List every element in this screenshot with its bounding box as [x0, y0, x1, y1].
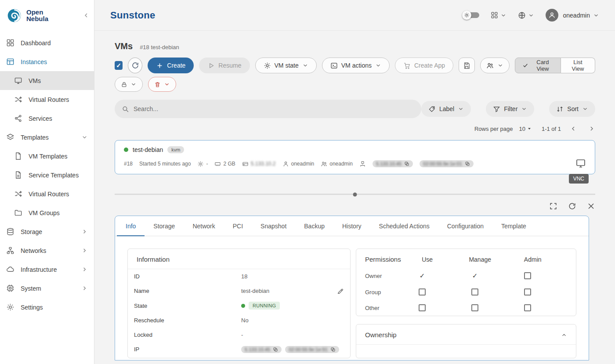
sidebar-item-service-templates[interactable]: Service Templates	[0, 166, 94, 184]
create-app-button[interactable]: Create App	[395, 58, 453, 73]
splitter[interactable]	[115, 194, 595, 195]
theme-toggle[interactable]	[462, 12, 479, 18]
filter-dropdown[interactable]: Filter	[486, 101, 534, 117]
sidebar-item-storage[interactable]: Storage	[0, 222, 94, 241]
chevron-right-icon	[81, 247, 88, 254]
sidebar-item-label: Templates	[21, 134, 49, 141]
copy-icon[interactable]	[465, 161, 470, 166]
save-button[interactable]	[459, 58, 475, 73]
toolbar-row-2	[115, 77, 595, 92]
user-menu[interactable]: oneadmin	[546, 9, 600, 22]
chevron-down-icon	[81, 134, 88, 141]
create-app-label: Create App	[414, 62, 445, 69]
ownership-header: Ownership	[356, 324, 576, 345]
globe-icon	[518, 11, 526, 19]
create-button[interactable]: Create	[148, 58, 194, 73]
sidebar-item-templates[interactable]: Templates	[0, 128, 94, 147]
search-input[interactable]	[134, 105, 414, 112]
info-row-state: State RUNNING	[128, 298, 350, 313]
splitter-handle[interactable]	[353, 192, 357, 196]
page-next-icon[interactable]	[588, 125, 595, 132]
perm-other-use-checkbox[interactable]	[419, 304, 426, 311]
perm-group-use-checkbox[interactable]	[419, 288, 426, 296]
copy-icon[interactable]	[330, 347, 336, 352]
refresh-button[interactable]	[128, 58, 142, 73]
sidebar-item-virtual-routers-templates[interactable]: Virtual Routers	[0, 184, 94, 203]
delete-dropdown[interactable]	[148, 77, 176, 92]
service-nodes-icon	[14, 114, 22, 123]
tab-history[interactable]: History	[333, 216, 370, 236]
theme-switch[interactable]	[466, 12, 479, 18]
close-icon[interactable]	[587, 202, 595, 210]
sidebar-item-dashboard[interactable]: Dashboard	[0, 33, 94, 52]
vm-actions-dropdown[interactable]: VM actions	[322, 58, 390, 73]
search-bar[interactable]	[115, 100, 421, 118]
sidebar-item-vms[interactable]: VMs	[0, 71, 94, 90]
perm-other-admin-checkbox[interactable]	[524, 304, 531, 311]
tab-backup[interactable]: Backup	[295, 216, 333, 236]
running-status-dot	[241, 304, 245, 308]
perm-owner-admin-checkbox[interactable]	[524, 272, 531, 279]
sidebar-item-infrastructure[interactable]: Infrastructure	[0, 260, 94, 279]
tab-scheduled-actions[interactable]: Scheduled Actions	[370, 216, 438, 236]
sidebar-collapse-icon[interactable]	[83, 12, 90, 19]
copy-icon[interactable]	[404, 161, 409, 166]
page-previous-icon[interactable]	[570, 125, 577, 132]
sort-dropdown-label: Sort	[567, 105, 579, 112]
sidebar-item-networks[interactable]: Networks	[0, 241, 94, 260]
tab-pci[interactable]: PCI	[224, 216, 252, 236]
fullscreen-icon[interactable]	[549, 202, 557, 210]
sidebar-item-instances[interactable]: Instances	[0, 52, 94, 71]
mac-chip[interactable]: 02:00:55:9e:1e:91	[285, 346, 339, 353]
vm-state-dropdown[interactable]: VM state	[255, 58, 317, 73]
pagination-nav	[570, 125, 595, 132]
users-icon	[321, 161, 327, 167]
refresh-detail-icon[interactable]	[568, 202, 576, 210]
information-title: Information	[128, 249, 350, 269]
vm-ip-chip[interactable]: 5.133.10.45	[373, 160, 413, 167]
detail-tabs: Info Storage Network PCI Snapshot Backup…	[115, 216, 589, 236]
perm-owner-manage-checkbox[interactable]: ✓	[472, 272, 478, 280]
perm-group-manage-checkbox[interactable]	[471, 288, 478, 296]
label-dropdown[interactable]: Label	[421, 101, 471, 117]
select-all-checkbox[interactable]	[115, 61, 123, 70]
perm-group-admin-checkbox[interactable]	[524, 288, 531, 296]
tab-configuration[interactable]: Configuration	[438, 216, 492, 236]
sidebar-item-vm-groups[interactable]: VM Groups	[0, 203, 94, 222]
sidebar-item-label: VM Groups	[29, 209, 60, 216]
tab-snapshot[interactable]: Snapshot	[252, 216, 295, 236]
perm-owner-use-checkbox[interactable]: ✓	[420, 272, 425, 280]
check-icon	[522, 62, 528, 68]
sidebar-item-vm-templates[interactable]: VM Templates	[0, 147, 94, 166]
ip-chip[interactable]: 5.133.10.45	[241, 346, 282, 353]
resume-button[interactable]: Resume	[199, 58, 250, 73]
card-view-button[interactable]: Card View	[515, 58, 561, 73]
memory-icon	[214, 161, 221, 167]
sidebar-item-services[interactable]: Services	[0, 109, 94, 128]
sort-dropdown[interactable]: Sort	[549, 101, 595, 117]
file-icon	[14, 152, 22, 160]
copy-icon[interactable]	[273, 347, 278, 352]
language-menu[interactable]	[518, 11, 534, 19]
group-dropdown[interactable]	[480, 58, 510, 73]
sidebar-item-virtual-routers[interactable]: Virtual Routers	[0, 90, 94, 109]
vm-card[interactable]: test-debian kvm #18 Started 5 minutes ag…	[115, 140, 595, 174]
sort-icon	[556, 105, 564, 113]
vnc-console-icon[interactable]	[575, 158, 586, 169]
vm-mac-chip[interactable]: 02:00:55:9e:1e:01	[420, 160, 474, 167]
lock-dropdown[interactable]	[115, 77, 143, 92]
chevron-down-icon	[593, 12, 599, 18]
chevron-up-icon[interactable]	[561, 332, 567, 338]
tab-template[interactable]: Template	[492, 216, 535, 236]
tab-info[interactable]: Info	[117, 216, 145, 236]
sidebar-item-system[interactable]: System	[0, 279, 94, 298]
perm-other-manage-checkbox[interactable]	[471, 304, 478, 311]
tab-storage[interactable]: Storage	[145, 216, 184, 236]
apps-menu[interactable]	[491, 11, 506, 19]
tab-network[interactable]: Network	[184, 216, 224, 236]
sidebar-item-settings[interactable]: Settings	[0, 298, 94, 317]
edit-name-icon[interactable]	[337, 288, 344, 295]
list-view-button[interactable]: List View	[561, 58, 595, 73]
sidebar-item-label: VMs	[29, 77, 41, 84]
rows-per-page-select[interactable]: 10	[519, 126, 532, 132]
